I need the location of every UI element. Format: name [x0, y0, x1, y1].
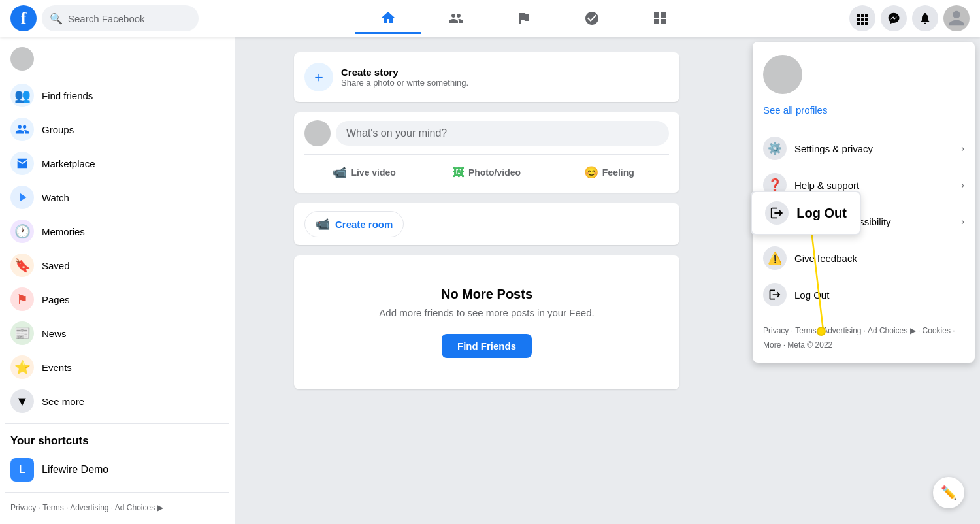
feeling-button[interactable]: 😊 Feeling: [549, 160, 669, 185]
create-story-card[interactable]: ＋ Create story Share a photo or write so…: [294, 52, 679, 102]
right-panel: See all profiles ⚙️ Settings & privacy ›…: [738, 37, 980, 524]
create-room-icon: 📹: [316, 217, 330, 231]
sidebar-item-label: Saved: [42, 260, 70, 271]
post-box-card: What's on your mind? 📹 Live video 🖼 Phot…: [294, 112, 679, 193]
sidebar-item-news[interactable]: 📰 News: [5, 316, 229, 350]
nav-home-button[interactable]: [355, 3, 421, 34]
sidebar-item-label: Marketplace: [42, 158, 95, 169]
friends-icon: 👥: [10, 84, 34, 107]
sidebar-item-label: Groups: [42, 124, 74, 135]
messenger-button[interactable]: [881, 5, 907, 31]
facebook-logo[interactable]: f: [10, 5, 37, 31]
events-icon: ⭐: [10, 355, 34, 379]
user-avatar-topnav[interactable]: [943, 5, 970, 31]
photo-video-button[interactable]: 🖼 Photo/video: [427, 160, 546, 185]
feeling-label: Feeling: [602, 167, 634, 178]
watch-icon: [10, 186, 34, 209]
groups-icon: [10, 118, 34, 141]
dropdown-footer: Privacy · Terms · Advertising · Ad Choic…: [753, 319, 975, 357]
footer-privacy-link[interactable]: Privacy: [763, 326, 789, 335]
post-box-top: What's on your mind?: [304, 120, 669, 146]
sidebar-item-label: Find friends: [42, 90, 93, 101]
no-posts-subtitle: Add more friends to see more posts in yo…: [310, 307, 664, 318]
post-box-input[interactable]: What's on your mind?: [336, 121, 669, 146]
edit-fab-button[interactable]: ✏️: [933, 477, 964, 508]
footer-more-link[interactable]: More: [763, 340, 781, 350]
main-layout: 👥 Find friends Groups Marketplace Watch …: [0, 0, 980, 524]
sidebar-item-label: Pages: [42, 294, 70, 305]
dropdown-divider-1: [753, 127, 975, 127]
sidebar-item-marketplace[interactable]: Marketplace: [5, 146, 229, 180]
sidebar-item-pages[interactable]: ⚑ Pages: [5, 282, 229, 316]
feedback-icon: ⚠️: [763, 246, 787, 270]
pages-icon: ⚑: [10, 287, 34, 311]
nav-flag-button[interactable]: [491, 3, 557, 34]
create-story-subtitle: Share a photo or write something.: [341, 78, 468, 88]
see-more-icon: ▼: [10, 389, 34, 413]
shortcut-label: Lifewire Demo: [42, 464, 108, 476]
sidebar-divider-2: [5, 492, 229, 493]
live-video-label: Live video: [351, 167, 395, 178]
sidebar-item-saved[interactable]: 🔖 Saved: [5, 248, 229, 282]
nav-friends-button[interactable]: [423, 3, 489, 34]
news-icon: 📰: [10, 321, 34, 345]
create-story-title: Create story: [341, 67, 468, 78]
sidebar-item-find-friends[interactable]: 👥 Find friends: [5, 78, 229, 112]
no-more-posts-card: No More Posts Add more friends to see mo…: [294, 255, 679, 389]
footer-ad-choices-link[interactable]: Ad Choices ▶: [868, 326, 916, 335]
find-friends-button[interactable]: Find Friends: [442, 334, 532, 358]
sidebar-item-memories[interactable]: 🕐 Memories: [5, 214, 229, 248]
grid-menu-button[interactable]: [849, 5, 875, 31]
logout-tooltip-icon: [765, 201, 789, 225]
footer-terms-link[interactable]: Terms: [795, 326, 817, 335]
sidebar-user-avatar: [10, 47, 34, 71]
search-bar[interactable]: 🔍 Search Facebook: [42, 5, 199, 31]
sidebar-footer: Privacy · Terms · Advertising · Ad Choic…: [5, 498, 229, 517]
create-story-text: Create story Share a photo or write some…: [341, 67, 468, 88]
feeling-icon: 😊: [584, 165, 598, 180]
top-navigation: f 🔍 Search Facebook: [0, 0, 980, 37]
post-box-actions: 📹 Live video 🖼 Photo/video 😊 Feeling: [304, 154, 669, 185]
nav-square-button[interactable]: [627, 3, 693, 34]
photo-video-label: Photo/video: [468, 167, 521, 178]
help-support-label: Help & support: [794, 180, 953, 191]
logout-menu-item[interactable]: Log Out: [753, 276, 975, 313]
settings-icon: ⚙️: [763, 137, 787, 160]
create-room-label: Create room: [335, 219, 393, 230]
shortcut-lifewire-demo[interactable]: L Lifewire Demo: [5, 453, 229, 487]
sidebar-item-watch[interactable]: Watch: [5, 180, 229, 214]
help-chevron-icon: ›: [961, 180, 964, 190]
yellow-annotation-dot: [817, 327, 826, 336]
dropdown-profile-section: [753, 47, 975, 102]
logout-tooltip-text: Log Out: [796, 206, 847, 221]
shortcuts-section-title: Your shortcuts: [5, 429, 229, 453]
notifications-button[interactable]: [912, 5, 938, 31]
dropdown-profile-avatar: [763, 55, 802, 94]
create-room-card: 📹 Create room: [294, 203, 679, 245]
edit-icon: ✏️: [941, 485, 957, 500]
photo-video-icon: 🖼: [453, 166, 465, 180]
sidebar-item-label: Memories: [42, 226, 85, 237]
sidebar-user-profile[interactable]: [5, 42, 229, 76]
saved-icon: 🔖: [10, 254, 34, 277]
live-video-icon: 📹: [333, 165, 347, 180]
settings-chevron-icon: ›: [961, 143, 964, 154]
no-posts-title: No More Posts: [310, 287, 664, 302]
footer-cookies-link[interactable]: Cookies: [923, 326, 951, 335]
nav-groups-button[interactable]: [559, 3, 625, 34]
sidebar-item-see-more[interactable]: ▼ See more: [5, 384, 229, 418]
create-room-button[interactable]: 📹 Create room: [304, 211, 404, 237]
nav-center: [199, 3, 849, 34]
live-video-button[interactable]: 📹 Live video: [304, 160, 424, 185]
footer-advertising-link[interactable]: Advertising: [823, 326, 861, 335]
marketplace-icon: [10, 152, 34, 175]
main-feed: ＋ Create story Share a photo or write so…: [235, 37, 738, 524]
settings-privacy-item[interactable]: ⚙️ Settings & privacy ›: [753, 130, 975, 167]
see-all-profiles-link[interactable]: See all profiles: [763, 105, 827, 116]
sidebar-item-label: See more: [42, 396, 84, 407]
give-feedback-item[interactable]: ⚠️ Give feedback: [753, 240, 975, 276]
dropdown-divider-2: [753, 316, 975, 316]
sidebar-item-groups[interactable]: Groups: [5, 112, 229, 146]
logout-tooltip: Log Out: [751, 191, 861, 235]
sidebar-item-events[interactable]: ⭐ Events: [5, 350, 229, 384]
